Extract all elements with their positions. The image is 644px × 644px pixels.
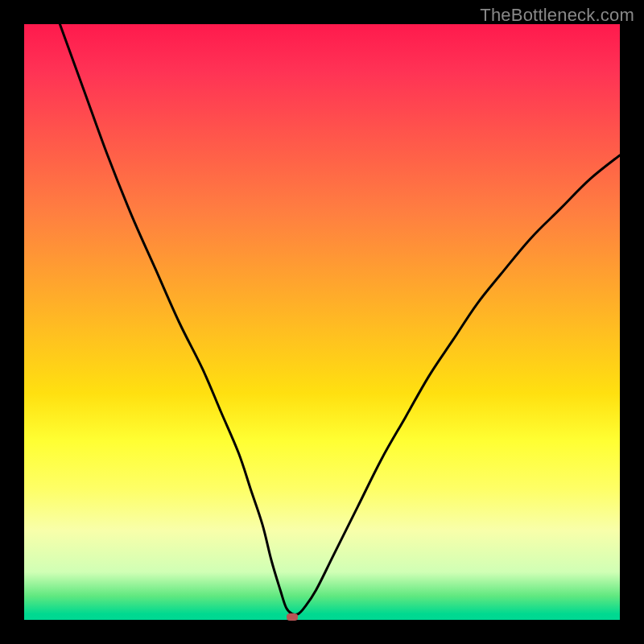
optimum-marker — [287, 613, 298, 621]
bottleneck-curve — [60, 24, 620, 615]
chart-container: TheBottleneck.com — [0, 0, 644, 644]
watermark-text: TheBottleneck.com — [480, 5, 634, 26]
plot-area — [24, 24, 620, 620]
curve-svg — [24, 24, 620, 620]
